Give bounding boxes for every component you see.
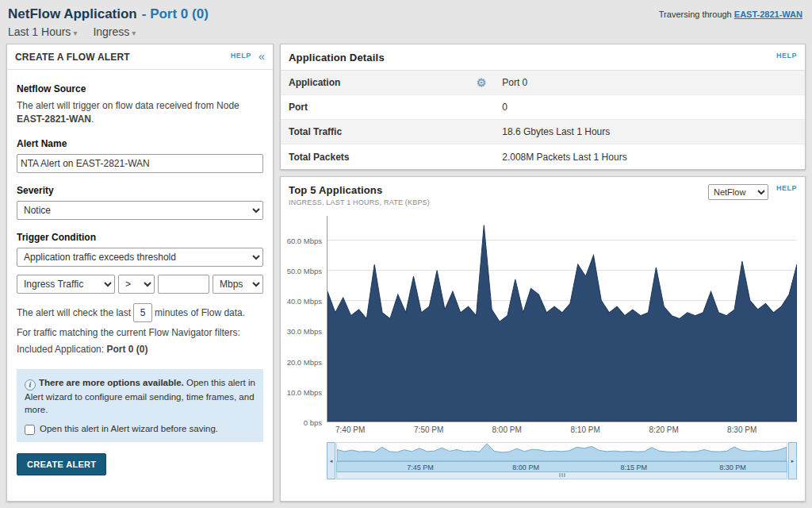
chevron-down-icon: ▾ [132,29,136,37]
operator-select[interactable]: > [118,275,155,294]
detail-value: 0 [502,102,508,113]
right-column: Application Details HELP Application ⚙ P… [280,44,806,502]
traversing-label: Traversing through [659,10,732,19]
wizard-checkbox-row[interactable]: Open this alert in Alert wizard before s… [25,424,255,435]
source-text: The alert will trigger on flow data rece… [17,100,239,111]
time-range-label: Last 1 Hours [8,25,71,38]
chart-area: 60.0 Mbps50.0 Mbps40.0 Mbps30.0 Mbps20.0… [281,210,805,501]
page-header: NetFlow Application - Port 0 (0) Last 1 … [0,0,812,42]
included-application-value: Port 0 (0) [106,344,147,355]
header-right: Traversing through EAST-2821-WAN [659,6,802,38]
detail-value: Port 0 [502,77,527,88]
time-brush[interactable]: 7:45 PM8:00 PM8:15 PM8:30 PM ◄ ► [327,442,797,479]
time-range-dropdown[interactable]: Last 1 Hours▾ [8,25,77,38]
check-text-after: minutes of Flow data. [155,307,245,318]
y-tick-label: 60.0 Mbps [287,236,322,244]
brush-mini-chart [336,442,787,461]
header-left: NetFlow Application - Port 0 (0) Last 1 … [8,6,209,38]
detail-label: Total Traffic [289,126,502,137]
threshold-value-input[interactable] [158,275,209,294]
detail-label: Total Packets [289,152,502,163]
included-application-label: Included Application: [17,344,104,355]
brush-right-handle[interactable]: ► [788,442,797,479]
flow-navigator-filters-text: For traffic matching the current Flow Na… [17,326,263,340]
direction-dropdown[interactable]: Ingress▾ [93,25,136,38]
x-tick-label: 8:10 PM [571,425,600,434]
gear-icon[interactable]: ⚙ [477,77,487,88]
detail-value: 2.008M Packets Last 1 Hours [502,152,626,163]
brush-scrollbar[interactable] [336,472,787,479]
source-node-name: EAST-2821-WAN [17,114,91,125]
x-tick-label: 7:40 PM [335,425,365,434]
brush-left-handle[interactable]: ◄ [327,442,335,479]
y-tick-label: 50.0 Mbps [287,266,322,275]
plot-region: 7:40 PM7:50 PM8:00 PM8:10 PM8:20 PM8:30 … [327,216,797,479]
netflow-source-heading: Netflow Source [17,83,263,94]
create-alert-button[interactable]: CREATE ALERT [17,453,106,475]
y-tick-label: 0 bps [304,418,322,427]
brush-tick-label: 8:00 PM [512,464,539,471]
y-tick-label: 40.0 Mbps [287,297,322,306]
severity-heading: Severity [17,185,263,196]
minutes-input[interactable] [133,303,152,322]
table-row: Port 0 [281,95,805,120]
alert-panel-header-links: HELP « [231,52,265,60]
info-bold-text: There are more options available. [39,378,184,387]
brush-tick-label: 8:15 PM [620,464,647,471]
x-axis-labels: 7:40 PM7:50 PM8:00 PM8:10 PM8:20 PM8:30 … [327,425,797,439]
alert-panel-body: Netflow Source The alert will trigger on… [7,70,273,501]
help-link[interactable]: HELP [776,184,797,192]
help-link[interactable]: HELP [231,52,251,60]
top-applications-panel: Top 5 Applications INGRESS, LAST 1 HOURS… [280,176,806,502]
help-link[interactable]: HELP [776,52,797,60]
x-tick-label: 8:30 PM [727,425,756,434]
y-axis-labels: 60.0 Mbps50.0 Mbps40.0 Mbps30.0 Mbps20.0… [282,216,327,422]
unit-select[interactable]: Mbps [213,275,263,294]
header-filters: Last 1 Hours▾ Ingress▾ [8,25,209,38]
y-tick-label: 10.0 Mbps [287,387,322,396]
chart-controls: NetFlow HELP [708,184,797,200]
plot-area [327,216,797,422]
details-panel-title: Application Details [289,52,385,64]
table-row: Total Packets 2.008M Packets Last 1 Hour… [281,144,805,169]
info-box-text: iThere are more options available. Open … [25,376,255,416]
chart-title-block: Top 5 Applications INGRESS, LAST 1 HOURS… [289,184,430,206]
brush-selection-bar[interactable]: 7:45 PM8:00 PM8:15 PM8:30 PM [336,461,787,472]
alert-name-heading: Alert Name [17,138,263,149]
detail-label: Application ⚙ [289,77,502,88]
page-title: NetFlow Application [8,6,137,22]
collapse-panel-icon[interactable]: « [259,52,265,60]
details-table: Application ⚙ Port 0 Port 0 Total Traffi… [281,71,805,169]
trigger-condition-heading: Trigger Condition [17,232,263,243]
details-panel-header: Application Details HELP [281,44,805,71]
application-details-panel: Application Details HELP Application ⚙ P… [280,44,806,170]
severity-select[interactable]: Notice [17,201,263,220]
table-row: Total Traffic 18.6 Gbytes Last 1 Hours [281,120,805,144]
traversing-node-link[interactable]: EAST-2821-WAN [734,10,802,19]
wizard-checkbox-label: Open this alert in Alert wizard before s… [40,424,218,433]
traffic-type-select[interactable]: Ingress Traffic [17,275,115,294]
alert-name-input[interactable] [17,154,263,173]
table-row: Application ⚙ Port 0 [281,71,805,95]
chevron-down-icon: ▾ [73,29,77,37]
detail-value: 18.6 Gbytes Last 1 Hours [502,126,610,137]
x-tick-label: 8:00 PM [492,425,521,434]
chart-wrap: 60.0 Mbps50.0 Mbps40.0 Mbps30.0 Mbps20.0… [282,216,797,479]
source-text-period: . [91,114,94,125]
traffic-area-chart [327,216,797,421]
chart-title: Top 5 Applications [289,184,430,196]
scrollbar-grip[interactable] [559,473,565,477]
info-icon: i [25,379,36,391]
check-interval-line: The alert will check the lastminutes of … [17,303,263,322]
chart-subtitle: INGRESS, LAST 1 HOURS, RATE (KBPS) [289,198,430,206]
wizard-checkbox[interactable] [25,425,35,435]
included-application-line: Included Application: Port 0 (0) [17,343,263,356]
info-box: iThere are more options available. Open … [17,369,263,442]
alert-panel-header: CREATE A FLOW ALERT HELP « [7,44,273,70]
brush-tick-label: 8:30 PM [719,464,746,471]
trigger-condition-select[interactable]: Application traffic exceeds threshold [17,248,263,267]
chart-panel-header: Top 5 Applications INGRESS, LAST 1 HOURS… [281,177,805,210]
page-title-application: - Port 0 (0) [142,6,209,22]
datasource-select[interactable]: NetFlow [708,184,768,200]
create-flow-alert-panel: CREATE A FLOW ALERT HELP « Netflow Sourc… [6,44,274,502]
